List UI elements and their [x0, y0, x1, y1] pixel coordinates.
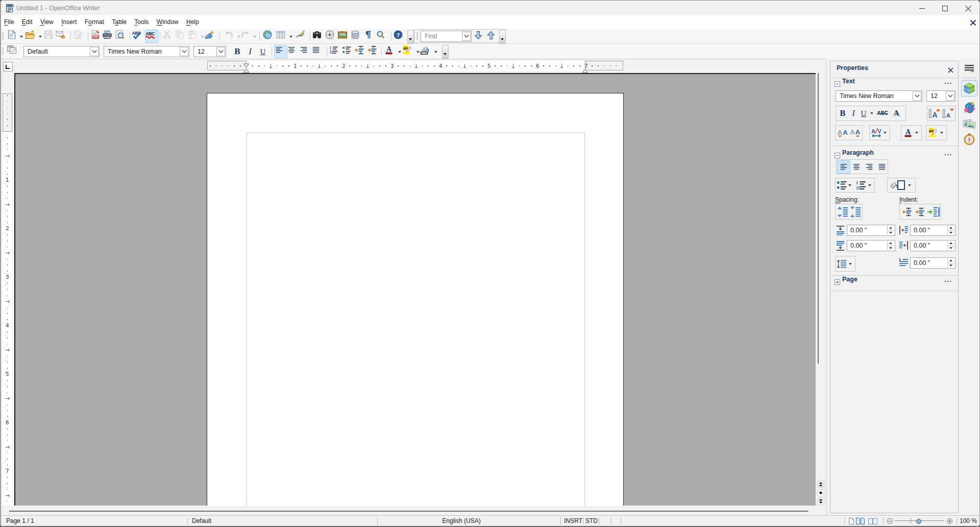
paragraph-background-dropdown[interactable] — [907, 179, 913, 191]
menu-tools[interactable]: Tools — [132, 15, 152, 29]
highlighting-button[interactable]: ab — [403, 45, 415, 58]
find-toolbar-overflow[interactable] — [499, 30, 506, 44]
below-spacing-field[interactable]: 0.00 " — [847, 240, 895, 251]
after-indent-spinner[interactable] — [947, 241, 954, 250]
navigator-button[interactable] — [325, 30, 337, 42]
status-zoom-value[interactable]: 100 % — [960, 516, 977, 526]
expand-page-section-icon[interactable] — [835, 279, 840, 285]
document-page[interactable] — [207, 93, 624, 507]
tab-navigator[interactable]: N — [961, 131, 977, 148]
sidebar-font-name-select[interactable]: Times New Roman — [836, 90, 922, 102]
first-line-indent-field[interactable]: 0.00 " — [910, 257, 955, 269]
sidebar-bullet-list-dropdown[interactable] — [847, 179, 853, 191]
decrease-indent-button[interactable] — [355, 45, 367, 58]
sidebar-decrease-indent-button[interactable] — [913, 205, 926, 218]
bullet-list-button[interactable] — [342, 45, 354, 58]
page-section-more-options[interactable] — [945, 280, 953, 283]
line-spacing-button[interactable] — [836, 257, 847, 270]
new-document-dropdown[interactable] — [18, 30, 25, 42]
redo-dropdown[interactable] — [252, 30, 258, 42]
book-view-button[interactable] — [868, 518, 877, 524]
character-spacing-dropdown[interactable] — [883, 127, 888, 139]
nonprinting-characters-button[interactable] — [363, 30, 376, 42]
above-spacing-field[interactable]: 0.00 " — [847, 225, 895, 236]
background-color-dropdown[interactable] — [433, 45, 439, 58]
sidebar-numbered-list-button[interactable]: III — [855, 179, 867, 191]
align-right-button[interactable] — [299, 45, 311, 58]
align-justify-button[interactable] — [311, 45, 324, 58]
draw-functions-button[interactable] — [296, 30, 308, 42]
sidebar-font-name-dropdown[interactable] — [913, 91, 921, 101]
open-dropdown[interactable] — [37, 30, 44, 42]
text-section-more-options[interactable] — [945, 82, 953, 85]
character-spacing-button[interactable]: AV — [870, 127, 883, 139]
toolbar-grip[interactable] — [2, 32, 4, 40]
lowercase-button[interactable]: AA — [849, 127, 862, 139]
minimize-button[interactable] — [911, 1, 934, 16]
before-indent-spinner[interactable] — [947, 226, 954, 235]
first-line-indent-spinner[interactable] — [947, 258, 954, 268]
find-toolbar-grip[interactable] — [416, 32, 418, 40]
decrease-spacing-button[interactable] — [849, 205, 862, 218]
print-button[interactable] — [103, 30, 115, 42]
close-button[interactable] — [957, 1, 979, 16]
menu-help[interactable]: Help — [183, 15, 202, 29]
horizontal-scrollbar[interactable] — [0, 506, 826, 515]
bold-button[interactable]: B — [231, 45, 243, 58]
paragraph-background-button[interactable] — [888, 179, 906, 191]
save-button[interactable] — [44, 30, 56, 42]
shrink-font-button[interactable]: A — [942, 107, 955, 119]
status-page-number[interactable]: Page 1 / 1 — [6, 516, 34, 526]
tab-styles[interactable] — [961, 99, 977, 115]
increase-spacing-button[interactable] — [836, 205, 849, 218]
above-spacing-spinner[interactable] — [887, 226, 894, 235]
cut-button[interactable] — [162, 30, 175, 42]
sidebar-shadow-button[interactable]: AA — [890, 107, 903, 119]
switch-indent-button[interactable] — [926, 205, 940, 218]
help-button[interactable]: ? — [394, 30, 406, 42]
gallery-button[interactable] — [338, 30, 350, 42]
status-page-style[interactable]: Default — [192, 516, 211, 526]
numbered-list-button[interactable]: III — [329, 45, 341, 58]
multi-page-view-button[interactable] — [856, 518, 865, 524]
maximize-button[interactable] — [934, 1, 957, 16]
autospellcheck-button[interactable]: ABC — [145, 30, 158, 43]
sidebar-strikethrough-button[interactable]: ABC — [875, 107, 890, 119]
uppercase-button[interactable]: AA — [836, 127, 849, 139]
find-replace-button[interactable] — [312, 30, 325, 42]
before-indent-field[interactable]: 0.00 " — [910, 225, 955, 236]
zoom-slider-thumb[interactable] — [916, 518, 921, 523]
insert-table-button[interactable] — [276, 30, 288, 42]
document-canvas[interactable] — [14, 73, 816, 506]
grow-font-button[interactable]: A — [928, 107, 941, 119]
font-name-select[interactable]: Times New Roman — [104, 46, 189, 57]
increase-indent-button[interactable] — [368, 45, 380, 58]
tab-properties[interactable] — [961, 80, 977, 97]
sidebar-settings-button[interactable] — [961, 63, 977, 74]
tab-stop-selector[interactable] — [3, 62, 13, 71]
paragraph-style-dropdown[interactable] — [90, 47, 99, 56]
sidebar-font-color-button[interactable]: A — [902, 127, 914, 139]
menu-view[interactable]: View — [37, 15, 56, 29]
sidebar-align-center-button[interactable] — [850, 161, 863, 173]
paste-button[interactable] — [188, 30, 200, 42]
zoom-button[interactable] — [376, 30, 388, 42]
clone-formatting-button[interactable] — [205, 30, 217, 42]
underline-button[interactable]: U — [257, 45, 269, 58]
italic-button[interactable]: I — [244, 45, 256, 58]
toolbar-grip[interactable] — [2, 47, 4, 55]
paragraph-section-more-options[interactable] — [945, 153, 953, 156]
insert-table-dropdown[interactable] — [288, 30, 295, 42]
after-indent-field[interactable]: 0.00 " — [910, 240, 955, 251]
status-selection-mode[interactable]: STD — [585, 516, 598, 526]
sidebar-underline-dropdown[interactable] — [869, 107, 875, 119]
find-input[interactable]: Find — [421, 31, 472, 42]
copy-button[interactable] — [175, 30, 187, 42]
find-previous-button[interactable] — [486, 31, 498, 43]
new-document-button[interactable] — [7, 30, 19, 42]
single-page-view-button[interactable] — [849, 518, 854, 524]
find-next-button[interactable] — [474, 31, 485, 43]
redo-button[interactable] — [240, 30, 253, 42]
export-pdf-button[interactable]: PDF — [91, 30, 103, 42]
menu-format[interactable]: Format — [82, 15, 107, 29]
